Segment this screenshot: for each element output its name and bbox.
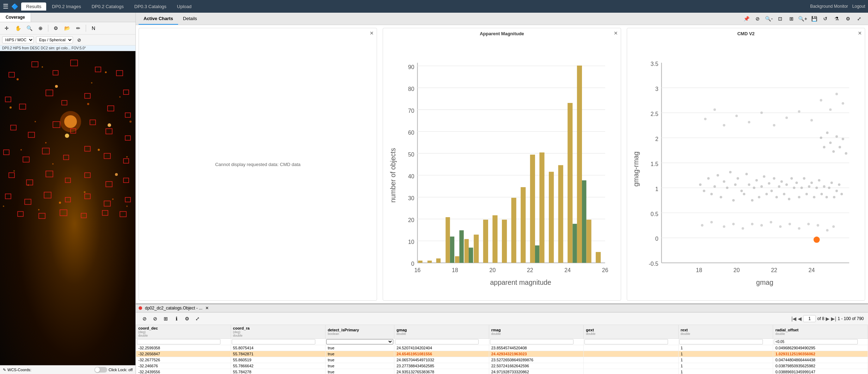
svg-rect-112 (474, 235, 479, 263)
table-row[interactable]: -32.246676 55.7866642 true 23.2773884345… (136, 363, 868, 369)
table-col-icon[interactable]: ⊞ (161, 314, 170, 323)
zoom-out-btn[interactable]: 🔍- (764, 14, 773, 23)
map-canvas[interactable] (0, 51, 135, 365)
filter-input-coord-dec[interactable] (137, 339, 220, 344)
filter-input-coord-ra[interactable] (232, 339, 315, 344)
proj-select[interactable]: Equ / Spherical (36, 36, 73, 43)
north-btn[interactable]: N (89, 24, 98, 33)
chart-close-btn-1[interactable]: ✕ (370, 30, 374, 36)
filter-input-rmag[interactable] (490, 339, 573, 344)
next-page-btn[interactable]: ▶ (826, 316, 830, 321)
svg-rect-53 (85, 146, 90, 151)
table-close-btn[interactable]: ✕ (205, 306, 209, 311)
col-header-detect-isprimary[interactable]: detect_isPrimaryboolean (326, 325, 394, 339)
table-area[interactable]: coord_dec(deg)double coord_ra(deg)double… (136, 325, 868, 374)
col-header-rext[interactable]: rextdouble (678, 325, 773, 339)
zoom-in-btn2[interactable]: 🔍+ (798, 14, 807, 23)
tab-dp02-images[interactable]: DP0.2 Images (47, 2, 86, 11)
table-select-icon[interactable]: ⊘ (151, 314, 160, 323)
filter-input-rext[interactable] (679, 339, 763, 344)
page-number-input[interactable] (803, 315, 816, 322)
svg-rect-43 (28, 132, 35, 137)
filter-input-radial-offset[interactable] (774, 339, 857, 344)
svg-rect-51 (42, 148, 49, 154)
pan-tool-btn[interactable]: ✋ (13, 24, 23, 33)
filter-select-isprimary[interactable]: truefalse (326, 339, 393, 344)
svg-point-166 (745, 173, 748, 175)
hips-select[interactable]: HiPS / MOC (2, 36, 34, 43)
table-filter-icon[interactable]: ⊘ (140, 314, 149, 323)
tab-coverage[interactable]: Coverage (0, 13, 31, 22)
map-area[interactable] (0, 51, 135, 365)
tab-upload[interactable]: Upload (172, 2, 196, 11)
col-header-rmag[interactable]: rmagdouble (489, 325, 584, 339)
table-info-icon[interactable]: ℹ (172, 314, 181, 323)
logout-button[interactable]: Logout (852, 4, 865, 9)
last-page-btn[interactable]: ▶| (831, 316, 836, 321)
restore-btn[interactable]: ↺ (821, 14, 830, 23)
filter-input-gmag[interactable] (395, 339, 479, 344)
svg-rect-56 (9, 173, 14, 178)
tab-details[interactable]: Details (178, 13, 202, 25)
table-row[interactable]: -32.2656847 55.7842871 true 24.654519510… (136, 351, 868, 357)
cell-gext (584, 369, 679, 374)
background-monitor-link[interactable]: Background Monitor (810, 4, 848, 9)
table-settings-icon[interactable]: ⚙ (182, 314, 192, 323)
svg-point-231 (817, 224, 819, 227)
table-row[interactable]: -32.2599358 55.8075414 true 24.520741042… (136, 345, 868, 351)
filter-input-gext[interactable] (584, 339, 668, 344)
drawing-btn[interactable]: ✏ (74, 24, 83, 33)
settings-btn2[interactable]: ⚙ (843, 14, 852, 23)
chart-close-btn-3[interactable]: ✕ (858, 30, 862, 36)
filter-toolbar-btn[interactable]: ⊘ (753, 14, 762, 23)
select-tool-btn[interactable]: ✛ (2, 24, 11, 33)
filter-icon-btn[interactable]: ⊘ (75, 36, 83, 44)
col-header-gext[interactable]: gextdouble (584, 325, 679, 339)
pin-btn[interactable]: 📌 (742, 14, 751, 23)
svg-text:0: 0 (411, 261, 414, 267)
chart-close-btn-2[interactable]: ✕ (614, 30, 618, 36)
tab-active-charts[interactable]: Active Charts (139, 13, 178, 25)
svg-point-223 (742, 227, 744, 229)
tab-results[interactable]: Results (21, 2, 46, 11)
settings-btn[interactable]: ⚙ (51, 24, 60, 33)
zoom-fit-btn[interactable]: ⊞ (787, 14, 796, 23)
cell-detect: true (326, 357, 394, 363)
col-header-coord-dec[interactable]: coord_dec(deg)double (136, 325, 231, 339)
col-header-coord-ra[interactable]: coord_ra(deg)double (231, 325, 326, 339)
svg-rect-72 (60, 210, 67, 216)
svg-rect-106 (445, 217, 450, 263)
first-page-btn[interactable]: |◀ (791, 316, 797, 321)
zoom-select-btn[interactable]: ⊡ (776, 14, 785, 23)
cell-gmag: 24.65451951081556 (394, 351, 489, 357)
save-btn[interactable]: 💾 (809, 14, 819, 23)
map-controls: HiPS / MOC Equ / Spherical ⊘ (0, 35, 135, 45)
chart-filter-btn[interactable]: ⚗ (832, 14, 841, 23)
chart-panel-toolbar: 📌 ⊘ 🔍- ⊡ ⊞ 🔍+ 💾 ↺ ⚗ ⚙ ⤢ (740, 13, 865, 25)
table-expand-icon[interactable]: ⤢ (193, 314, 202, 323)
expand-btn[interactable]: ⤢ (855, 14, 864, 23)
svg-point-213 (798, 110, 800, 113)
col-header-gmag[interactable]: gmagdouble (394, 325, 489, 339)
table-tab-label[interactable]: dp02_dc2_catalogs.Object - ... (145, 306, 202, 311)
svg-point-197 (823, 185, 825, 188)
click-lock-control[interactable]: Click Lock: off (95, 367, 133, 373)
edit-icon[interactable]: ✎ (3, 368, 6, 372)
svg-rect-60 (85, 173, 90, 178)
click-lock-toggle[interactable] (95, 367, 107, 373)
hamburger-icon[interactable]: ☰ (3, 2, 8, 10)
tab-dp03-catalogs[interactable]: DP0.3 Catalogs (129, 2, 171, 11)
wcs-coords-label: ✎ WCS-Coords: (3, 368, 31, 372)
app-logo: 🔷 (11, 3, 18, 10)
svg-point-204 (840, 193, 843, 195)
svg-text:3: 3 (655, 86, 658, 92)
layer-btn[interactable]: ⊕ (36, 24, 45, 33)
catalog-btn[interactable]: 📂 (62, 24, 72, 33)
table-row[interactable]: -32.2677526 55.860519 true 24.0657044549… (136, 357, 868, 363)
tab-dp02-catalogs[interactable]: DP0.2 Catalogs (87, 2, 129, 11)
col-header-radial-offset[interactable]: radial_offsetdouble (773, 325, 868, 339)
cell-rmag: 22.507241662642596 (489, 363, 584, 369)
table-row[interactable]: -32.2439556 55.784278 true 24.9351327653… (136, 369, 868, 374)
zoom-in-btn[interactable]: 🔍 (25, 24, 34, 33)
prev-page-btn[interactable]: ◀ (798, 316, 802, 321)
